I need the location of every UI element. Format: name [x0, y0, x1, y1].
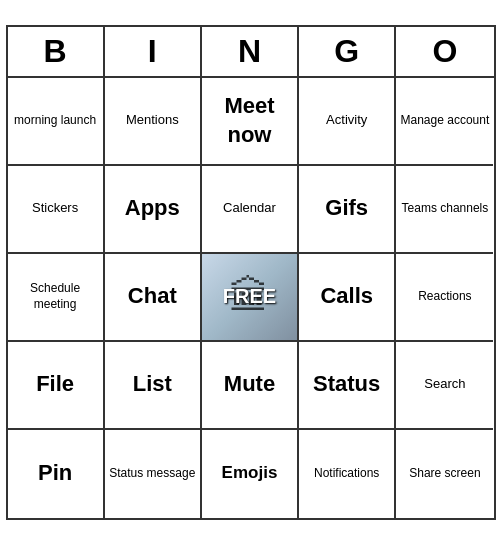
cell-text-5: Stickers — [32, 200, 78, 217]
bingo-cell-15: File — [8, 342, 105, 430]
cell-text-2: Meet now — [206, 92, 293, 149]
bingo-cell-16: List — [105, 342, 202, 430]
bingo-cell-13: Calls — [299, 254, 396, 342]
cell-text-15: File — [36, 370, 74, 399]
bingo-cell-14: Reactions — [396, 254, 493, 342]
bingo-cell-11: Chat — [105, 254, 202, 342]
cell-text-22: Emojis — [222, 462, 278, 484]
bingo-cell-1: Mentions — [105, 78, 202, 166]
cell-text-0: morning launch — [14, 113, 96, 129]
bingo-letter-n: N — [202, 27, 299, 76]
cell-text-8: Gifs — [325, 194, 368, 223]
cell-text-20: Pin — [38, 459, 72, 488]
bingo-cell-23: Notifications — [299, 430, 396, 518]
cell-text-23: Notifications — [314, 466, 379, 482]
bingo-cell-9: Teams channels — [396, 166, 493, 254]
cell-text-16: List — [133, 370, 172, 399]
cell-text-9: Teams channels — [402, 201, 489, 217]
free-space-label: FREE — [223, 285, 276, 308]
bingo-cell-10: Schedule meeting — [8, 254, 105, 342]
cell-text-7: Calendar — [223, 200, 276, 217]
bingo-cell-3: Activity — [299, 78, 396, 166]
bingo-cell-19: Search — [396, 342, 493, 430]
cell-text-13: Calls — [320, 282, 373, 311]
bingo-cell-8: Gifs — [299, 166, 396, 254]
bingo-cell-7: Calendar — [202, 166, 299, 254]
bingo-cell-5: Stickers — [8, 166, 105, 254]
bingo-cell-0: morning launch — [8, 78, 105, 166]
bingo-cell-12: FREE — [202, 254, 299, 342]
bingo-cell-20: Pin — [8, 430, 105, 518]
bingo-letter-g: G — [299, 27, 396, 76]
cell-text-18: Status — [313, 370, 380, 399]
cell-text-11: Chat — [128, 282, 177, 311]
cell-text-24: Share screen — [409, 466, 480, 482]
bingo-cell-24: Share screen — [396, 430, 493, 518]
bingo-letter-o: O — [396, 27, 493, 76]
cell-text-3: Activity — [326, 112, 367, 129]
bingo-grid: morning launchMentionsMeet nowActivityMa… — [8, 78, 494, 518]
cell-text-17: Mute — [224, 370, 275, 399]
cell-text-10: Schedule meeting — [12, 281, 99, 312]
bingo-card: BINGO morning launchMentionsMeet nowActi… — [6, 25, 496, 520]
bingo-letter-i: I — [105, 27, 202, 76]
cell-text-1: Mentions — [126, 112, 179, 129]
cell-text-6: Apps — [125, 194, 180, 223]
cell-text-21: Status message — [109, 466, 195, 482]
bingo-header: BINGO — [8, 27, 494, 78]
bingo-letter-b: B — [8, 27, 105, 76]
bingo-cell-4: Manage account — [396, 78, 493, 166]
bingo-cell-21: Status message — [105, 430, 202, 518]
bingo-cell-18: Status — [299, 342, 396, 430]
bingo-cell-2: Meet now — [202, 78, 299, 166]
bingo-cell-6: Apps — [105, 166, 202, 254]
cell-text-14: Reactions — [418, 289, 471, 305]
bingo-cell-17: Mute — [202, 342, 299, 430]
cell-text-4: Manage account — [401, 113, 490, 129]
bingo-cell-22: Emojis — [202, 430, 299, 518]
cell-text-19: Search — [424, 376, 465, 393]
